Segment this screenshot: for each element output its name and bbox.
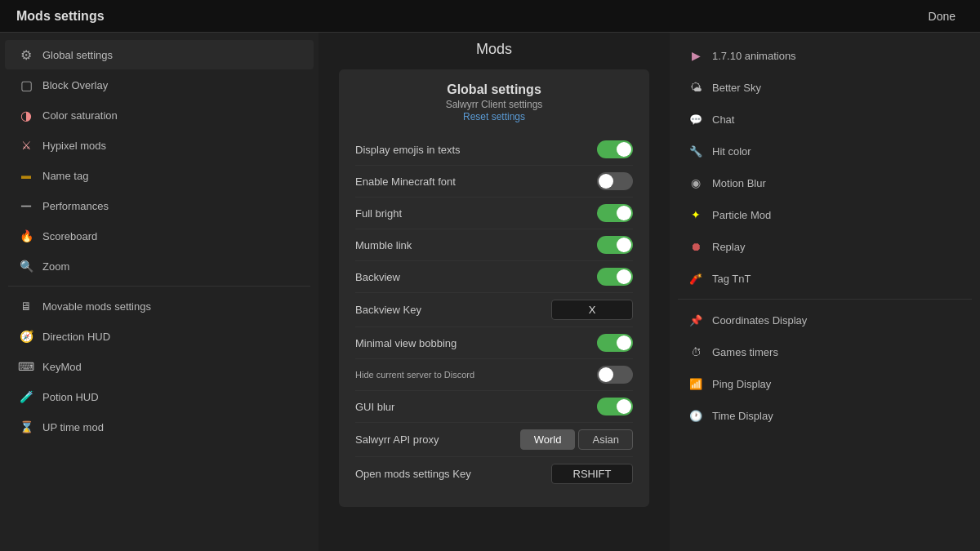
ping-icon: [688, 375, 704, 392]
right-sidebar: 1.7.10 animationsBetter SkyChatHit color…: [670, 33, 980, 551]
sidebar-item-scoreboard[interactable]: Scoreboard: [5, 221, 314, 251]
right-item-better_sky[interactable]: Better Sky: [675, 72, 975, 103]
sidebar-item-potion_hud[interactable]: Potion HUD: [5, 382, 314, 411]
right-item-game_timers[interactable]: Games timers: [675, 336, 975, 367]
replay-icon: [688, 238, 704, 255]
mods-title: Mods: [476, 41, 512, 58]
right-item-label: Coordinates Display: [712, 314, 807, 327]
setting-row-minimal_bobbing: Minimal view bobbing: [355, 327, 633, 359]
sidebar-item-label: Block Overlay: [42, 79, 108, 91]
setting-row-minecraft_font: Enable Minecraft font: [355, 166, 633, 198]
sidebar-item-hypixel_mods[interactable]: Hypixel mods: [5, 131, 314, 160]
toggle-backview[interactable]: [597, 268, 633, 286]
perf-icon: [18, 198, 34, 214]
sidebar-item-color_saturation[interactable]: Color saturation: [5, 100, 314, 130]
sidebar-item-global_settings[interactable]: Global settings: [5, 40, 314, 69]
anim-icon: [688, 47, 704, 64]
hypixel-icon: [18, 137, 34, 153]
scoreboard-icon: [18, 228, 34, 244]
page-title: Mods settings: [16, 9, 105, 24]
sidebar-item-label: Scoreboard: [42, 230, 97, 242]
sidebar-item-uptime_mod[interactable]: UP time mod: [5, 412, 314, 442]
setting-label-backview: Backview: [355, 271, 400, 283]
header: Mods settings Done: [0, 0, 980, 33]
setting-label-backview_key: Backview Key: [355, 304, 421, 316]
sidebar-item-label: Direction HUD: [42, 331, 110, 343]
sidebar-item-movable_mods[interactable]: Movable mods settings: [5, 291, 314, 321]
setting-row-gui_blur: GUI blur: [355, 391, 633, 423]
right-item-tag_tnt[interactable]: Tag TnT: [675, 263, 975, 294]
sidebar-item-performances[interactable]: Performances: [5, 191, 314, 220]
zoom-icon: [18, 258, 34, 274]
toggle-full_bright[interactable]: [597, 204, 633, 222]
right-item-label: Ping Display: [712, 378, 771, 390]
right-item-label: Motion Blur: [712, 177, 766, 189]
setting-row-backview: Backview: [355, 261, 633, 293]
right-item-particle_mod[interactable]: Particle Mod: [675, 199, 975, 230]
setting-row-open_key: Open mods settings KeyRSHIFT: [355, 457, 633, 491]
proxy-btn-world[interactable]: World: [520, 429, 576, 450]
sidebar-item-direction_hud[interactable]: Direction HUD: [5, 322, 314, 351]
proxy-btn-asian[interactable]: Asian: [578, 429, 633, 450]
toggle-hide_discord[interactable]: [597, 366, 633, 384]
setting-label-api_proxy: Salwyrr API proxy: [355, 433, 439, 446]
setting-label-mumble_link: Mumble link: [355, 239, 412, 251]
main-layout: Global settingsBlock OverlayColor satura…: [0, 33, 980, 551]
coords-icon: [688, 312, 704, 328]
panel-header: Global settings Salwyrr Client settings …: [355, 82, 633, 122]
sidebar-item-label: Color saturation: [42, 109, 118, 122]
potion-icon: [18, 389, 34, 405]
proxy-selector: WorldAsian: [520, 429, 633, 450]
setting-label-gui_blur: GUI blur: [355, 401, 394, 413]
toggle-minimal_bobbing[interactable]: [597, 334, 633, 352]
sidebar-item-name_tag[interactable]: Name tag: [5, 161, 314, 190]
right-item-motion_blur[interactable]: Motion Blur: [675, 167, 975, 198]
sidebar-item-keymod[interactable]: KeyMod: [5, 352, 314, 381]
timer-icon: [18, 419, 34, 435]
sidebar-item-label: Performances: [42, 200, 109, 212]
setting-row-backview_key: Backview KeyX: [355, 293, 633, 327]
right-item-ping_display[interactable]: Ping Display: [675, 368, 975, 399]
key-input-open_key[interactable]: RSHIFT: [551, 464, 633, 484]
setting-label-hide_discord: Hide current server to Discord: [355, 370, 474, 380]
sidebar-item-label: Global settings: [42, 49, 113, 61]
right-item-coords_display[interactable]: Coordinates Display: [675, 304, 975, 335]
key-input-backview_key[interactable]: X: [551, 300, 633, 320]
right-item-time_display[interactable]: Time Display: [675, 400, 975, 431]
right-item-hit_color[interactable]: Hit color: [675, 136, 975, 167]
setting-row-api_proxy: Salwyrr API proxyWorldAsian: [355, 423, 633, 457]
reset-settings-link[interactable]: Reset settings: [463, 111, 525, 122]
sky-icon: [688, 79, 704, 96]
done-button[interactable]: Done: [920, 7, 964, 26]
global-settings-panel: Global settings Salwyrr Client settings …: [339, 69, 649, 507]
chat-icon: [688, 111, 704, 127]
sidebar-item-label: Movable mods settings: [42, 300, 151, 313]
right-item-replay[interactable]: Replay: [675, 231, 975, 262]
settings-list: Display emojis in textsEnable Minecraft …: [355, 134, 633, 491]
saturation-icon: [18, 107, 34, 123]
toggle-mumble_link[interactable]: [597, 236, 633, 254]
toggle-minecraft_font[interactable]: [597, 172, 633, 190]
sidebar-item-zoom[interactable]: Zoom: [5, 251, 314, 281]
right-item-label: Chat: [712, 113, 734, 126]
setting-row-mumble_link: Mumble link: [355, 229, 633, 261]
right-item-chat[interactable]: Chat: [675, 104, 975, 135]
setting-row-display_emojis: Display emojis in texts: [355, 134, 633, 166]
gametimer-icon: [688, 344, 704, 360]
panel-subtitle: Salwyrr Client settings: [355, 99, 633, 110]
right-divider: [678, 299, 972, 300]
sidebar-divider: [8, 286, 310, 287]
setting-label-full_bright: Full bright: [355, 207, 402, 220]
toggle-display_emojis[interactable]: [597, 140, 633, 158]
right-item-label: Particle Mod: [712, 209, 771, 221]
tagtnt-icon: [688, 270, 704, 287]
toggle-gui_blur[interactable]: [597, 398, 633, 415]
right-item-1710_anim[interactable]: 1.7.10 animations: [675, 40, 975, 71]
right-item-label: Hit color: [712, 145, 751, 158]
hit-icon: [688, 143, 704, 159]
monitor-icon: [18, 298, 34, 314]
right-item-label: Better Sky: [712, 82, 761, 94]
sidebar-item-block_overlay[interactable]: Block Overlay: [5, 70, 314, 100]
right-item-label: 1.7.10 animations: [712, 50, 796, 62]
left-sidebar: Global settingsBlock OverlayColor satura…: [0, 33, 318, 551]
